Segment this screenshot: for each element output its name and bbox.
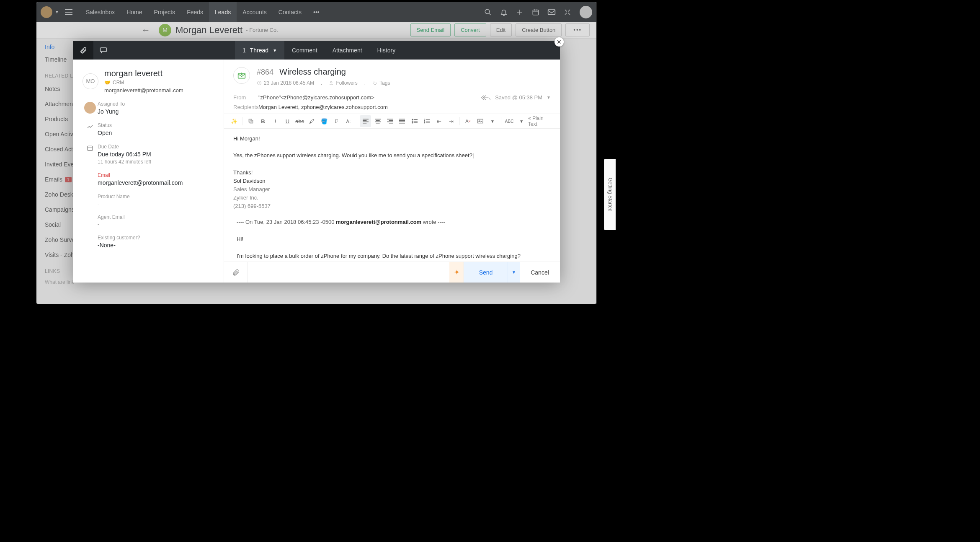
email-editor[interactable]: Hi Morgan! Yes, the zPhones support wire… <box>224 129 560 262</box>
status-value: Open <box>98 130 112 136</box>
quote-body: I'm looking to place a bulk order of zPh… <box>237 252 551 260</box>
email-headers: From "zPhone"<zPhone@zylcares.zohosuppor… <box>224 91 560 114</box>
email-greeting: Hi Morgan! <box>233 135 551 143</box>
tb-strike[interactable]: abc <box>294 115 305 127</box>
send-button[interactable]: Send <box>464 262 508 283</box>
tb-magic-icon[interactable]: ✨ <box>228 115 240 127</box>
contact-panel: MO morgan leverett 🤝CRM morganleverett@p… <box>73 60 224 283</box>
tb-highlight-icon[interactable]: 🖍 <box>306 115 317 127</box>
reply-all-icon[interactable] <box>481 95 491 101</box>
tb-fontsize-icon[interactable]: A↕ <box>343 115 354 127</box>
attach-button[interactable] <box>224 262 248 283</box>
svg-point-18 <box>479 120 480 121</box>
ticket-date: 23 Jan 2018 06:45 AM <box>257 80 314 86</box>
close-button[interactable]: ✕ <box>554 37 564 47</box>
contact-initials: MO <box>83 73 98 89</box>
tb-list-number-icon[interactable]: 123 <box>421 115 432 127</box>
due-value: Due today 06:45 PM <box>98 151 151 158</box>
calendar-icon-small <box>83 144 98 165</box>
send-caret-icon[interactable]: ▼ <box>508 262 520 283</box>
ticket-id: #864 <box>257 68 273 77</box>
handshake-icon: 🤝 <box>104 80 111 86</box>
comment-view-icon[interactable] <box>93 41 113 60</box>
thread-label: Thread <box>250 47 268 54</box>
svg-point-11 <box>412 119 413 120</box>
ticket-header: #864 Wireless charging 23 Jan 2018 06:45… <box>224 60 560 91</box>
tb-image-icon[interactable] <box>475 115 486 127</box>
tab-comment[interactable]: Comment <box>284 41 325 60</box>
ticket-panel: #864 Wireless charging 23 Jan 2018 06:45… <box>224 60 560 283</box>
tb-copy-icon[interactable] <box>245 115 256 127</box>
existing-value: -None- <box>98 242 140 249</box>
status-row: Status Open <box>83 122 214 136</box>
tab-history[interactable]: History <box>370 41 403 60</box>
plain-text-toggle[interactable]: « Plain Text <box>528 115 556 127</box>
editor-toolbar: ✨ B I U abc 🖍 🪣 F A↕ 123 ⇤ ⇥ <box>224 114 560 129</box>
quote-hi: Hi! <box>237 235 551 244</box>
contact-source: 🤝CRM <box>104 80 183 86</box>
email-body: Yes, the zPhones support wireless chargi… <box>233 151 551 160</box>
ticket-followers[interactable]: Followers <box>329 80 357 86</box>
tb-clear-format-icon[interactable]: A× <box>462 115 474 127</box>
svg-rect-10 <box>249 119 252 122</box>
due-remaining: 11 hours 42 minutes left <box>98 159 151 165</box>
tb-bold[interactable]: B <box>257 115 268 127</box>
svg-point-8 <box>374 82 374 83</box>
tb-align-center-icon[interactable] <box>372 115 383 127</box>
saved-timestamp: Saved @ 05:38 PM <box>495 94 542 101</box>
ticket-modal: ✕ 1 Thread ▼ Comment Attachment History … <box>73 41 560 283</box>
cancel-button[interactable]: Cancel <box>520 262 560 283</box>
svg-point-12 <box>412 121 413 122</box>
svg-rect-3 <box>101 48 107 52</box>
getting-started-tab[interactable]: Getting Started <box>604 159 616 230</box>
status-label: Status <box>98 122 112 128</box>
svg-rect-9 <box>250 120 253 123</box>
tab-thread[interactable]: 1 Thread ▼ <box>235 41 284 60</box>
email-value: morganleverett@protonmail.com <box>98 179 183 186</box>
tb-spell-caret-icon[interactable]: ▼ <box>516 115 527 127</box>
tb-indent-icon[interactable]: ⇥ <box>446 115 457 127</box>
assigned-value: Jo Yung <box>98 108 125 115</box>
tb-list-bullet-icon[interactable] <box>409 115 420 127</box>
quoted-email: ---- On Tue, 23 Jan 2018 06:45:23 -0500 … <box>233 218 551 262</box>
ticket-tags[interactable]: Tags <box>372 80 390 86</box>
compose-footer: ✦ Send ▼ Cancel <box>224 262 560 283</box>
svg-point-13 <box>412 122 413 123</box>
from-label: From <box>233 94 258 101</box>
email-label: Email <box>98 172 183 178</box>
svg-point-7 <box>330 81 332 83</box>
sig-phone: (213) 699-5537 <box>233 202 551 210</box>
smart-compose-icon[interactable]: ✦ <box>449 262 464 283</box>
tb-spellcheck-icon[interactable]: ABC <box>503 115 515 127</box>
product-label: Product Name <box>98 194 130 200</box>
tb-align-right-icon[interactable] <box>384 115 396 127</box>
tb-outdent-icon[interactable]: ⇤ <box>433 115 444 127</box>
attachment-view-icon[interactable] <box>73 41 93 60</box>
tb-paint-icon[interactable]: 🪣 <box>319 115 330 127</box>
tb-font[interactable]: F <box>331 115 342 127</box>
thread-count: 1 <box>242 47 246 54</box>
recipients-value: Morgan Leverett, zphone@zylcares.zohosup… <box>258 104 388 110</box>
modal-body: MO morgan leverett 🤝CRM morganleverett@p… <box>73 60 560 283</box>
tab-attachment[interactable]: Attachment <box>325 41 370 60</box>
svg-rect-17 <box>477 119 482 123</box>
sig-company: Zylker Inc. <box>233 194 551 202</box>
modal-header: 1 Thread ▼ Comment Attachment History <box>73 41 560 60</box>
tb-italic[interactable]: I <box>270 115 281 127</box>
saved-caret-icon[interactable]: ▼ <box>547 95 551 100</box>
tb-align-justify-icon[interactable] <box>397 115 408 127</box>
due-label: Due Date <box>98 144 151 150</box>
assignee-avatar <box>84 102 96 114</box>
sig-name: Sol Davidson <box>233 177 551 185</box>
tb-more-caret-icon[interactable]: ▼ <box>487 115 498 127</box>
assigned-label: Assigned To <box>98 101 125 107</box>
ticket-title: Wireless charging <box>279 67 346 77</box>
due-date-row: Due Date Due today 06:45 PM 11 hours 42 … <box>83 144 214 165</box>
tb-align-left-icon[interactable] <box>360 115 371 127</box>
sig-title: Sales Manager <box>233 185 551 194</box>
status-icon <box>83 122 98 136</box>
svg-rect-4 <box>88 146 93 150</box>
tb-underline[interactable]: U <box>282 115 293 127</box>
from-value: "zPhone"<zPhone@zylcares.zohosupport.com… <box>258 94 374 101</box>
existing-customer-row: Existing customer? -None- <box>83 235 214 249</box>
